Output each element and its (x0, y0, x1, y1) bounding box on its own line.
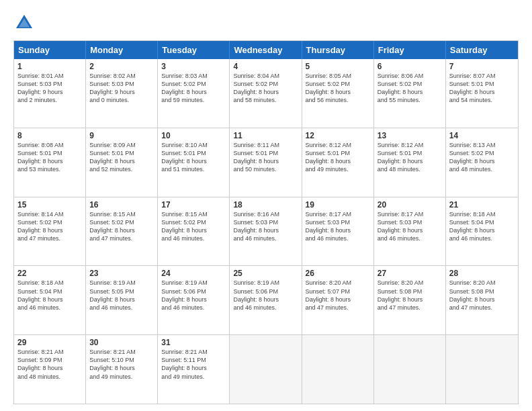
calendar-cell: 5Sunrise: 8:05 AM Sunset: 5:02 PM Daylig… (302, 59, 374, 128)
calendar-row-3: 15Sunrise: 8:14 AM Sunset: 5:02 PM Dayli… (14, 197, 518, 266)
calendar-cell: 7Sunrise: 8:07 AM Sunset: 5:01 PM Daylig… (446, 59, 518, 128)
calendar-row-2: 8Sunrise: 8:08 AM Sunset: 5:01 PM Daylig… (14, 128, 518, 197)
day-info: Sunrise: 8:10 AM Sunset: 5:01 PM Dayligh… (161, 141, 226, 174)
day-number: 1 (17, 62, 82, 71)
day-info: Sunrise: 8:02 AM Sunset: 5:03 PM Dayligh… (89, 72, 154, 105)
calendar-cell: 18Sunrise: 8:16 AM Sunset: 5:03 PM Dayli… (230, 197, 302, 266)
header-cell-sunday: Sunday (14, 41, 86, 59)
day-info: Sunrise: 8:03 AM Sunset: 5:02 PM Dayligh… (161, 72, 226, 105)
day-number: 30 (89, 338, 154, 347)
calendar-cell (446, 335, 518, 404)
calendar-cell: 30Sunrise: 8:21 AM Sunset: 5:10 PM Dayli… (86, 335, 158, 404)
day-number: 23 (89, 269, 154, 278)
calendar-cell: 10Sunrise: 8:10 AM Sunset: 5:01 PM Dayli… (158, 128, 230, 197)
calendar-row-4: 22Sunrise: 8:18 AM Sunset: 5:04 PM Dayli… (14, 265, 518, 334)
day-info: Sunrise: 8:07 AM Sunset: 5:01 PM Dayligh… (449, 72, 515, 105)
page: SundayMondayTuesdayWednesdayThursdayFrid… (0, 0, 532, 411)
calendar-cell: 29Sunrise: 8:21 AM Sunset: 5:09 PM Dayli… (14, 335, 86, 404)
calendar-body: 1Sunrise: 8:01 AM Sunset: 5:03 PM Daylig… (14, 59, 518, 404)
day-number: 6 (378, 62, 442, 71)
calendar-cell: 3Sunrise: 8:03 AM Sunset: 5:02 PM Daylig… (158, 59, 230, 128)
header-cell-saturday: Saturday (446, 41, 518, 59)
day-number: 20 (378, 200, 442, 210)
day-number: 4 (233, 62, 298, 71)
day-info: Sunrise: 8:20 AM Sunset: 5:08 PM Dayligh… (449, 279, 515, 312)
day-number: 9 (89, 131, 154, 140)
header-cell-friday: Friday (374, 41, 446, 59)
day-number: 29 (17, 338, 82, 347)
calendar-cell: 28Sunrise: 8:20 AM Sunset: 5:08 PM Dayli… (446, 266, 518, 334)
calendar: SundayMondayTuesdayWednesdayThursdayFrid… (13, 40, 519, 404)
day-info: Sunrise: 8:08 AM Sunset: 5:01 PM Dayligh… (17, 141, 82, 174)
logo-icon (13, 12, 35, 34)
calendar-cell: 17Sunrise: 8:15 AM Sunset: 5:02 PM Dayli… (158, 197, 230, 266)
day-info: Sunrise: 8:18 AM Sunset: 5:04 PM Dayligh… (449, 210, 515, 243)
day-number: 5 (306, 62, 370, 71)
day-info: Sunrise: 8:14 AM Sunset: 5:02 PM Dayligh… (17, 210, 82, 243)
day-info: Sunrise: 8:01 AM Sunset: 5:03 PM Dayligh… (17, 72, 82, 105)
day-number: 2 (89, 62, 154, 71)
day-number: 25 (233, 269, 298, 278)
day-info: Sunrise: 8:13 AM Sunset: 5:02 PM Dayligh… (449, 141, 515, 174)
day-info: Sunrise: 8:09 AM Sunset: 5:01 PM Dayligh… (89, 141, 154, 174)
day-info: Sunrise: 8:19 AM Sunset: 5:05 PM Dayligh… (89, 279, 154, 312)
calendar-cell: 15Sunrise: 8:14 AM Sunset: 5:02 PM Dayli… (14, 197, 86, 266)
day-number: 28 (449, 269, 515, 278)
header-cell-wednesday: Wednesday (230, 41, 302, 59)
day-info: Sunrise: 8:20 AM Sunset: 5:07 PM Dayligh… (306, 279, 370, 312)
header-cell-monday: Monday (86, 41, 158, 59)
calendar-cell: 4Sunrise: 8:04 AM Sunset: 5:02 PM Daylig… (230, 59, 302, 128)
day-info: Sunrise: 8:21 AM Sunset: 5:11 PM Dayligh… (161, 348, 226, 381)
calendar-cell: 27Sunrise: 8:20 AM Sunset: 5:08 PM Dayli… (374, 266, 446, 334)
day-number: 8 (17, 131, 82, 140)
calendar-cell: 23Sunrise: 8:19 AM Sunset: 5:05 PM Dayli… (86, 266, 158, 334)
day-info: Sunrise: 8:17 AM Sunset: 5:03 PM Dayligh… (378, 210, 442, 243)
day-info: Sunrise: 8:18 AM Sunset: 5:04 PM Dayligh… (17, 279, 82, 312)
day-number: 24 (161, 269, 226, 278)
day-number: 13 (378, 131, 442, 140)
header (13, 12, 519, 34)
calendar-cell: 21Sunrise: 8:18 AM Sunset: 5:04 PM Dayli… (446, 197, 518, 266)
day-number: 16 (89, 200, 154, 210)
logo (13, 12, 38, 34)
day-number: 15 (17, 200, 82, 210)
day-number: 19 (306, 200, 370, 210)
calendar-cell: 24Sunrise: 8:19 AM Sunset: 5:06 PM Dayli… (158, 266, 230, 334)
calendar-cell: 6Sunrise: 8:06 AM Sunset: 5:02 PM Daylig… (374, 59, 446, 128)
day-number: 18 (233, 200, 298, 210)
calendar-row-1: 1Sunrise: 8:01 AM Sunset: 5:03 PM Daylig… (14, 59, 518, 128)
day-info: Sunrise: 8:15 AM Sunset: 5:02 PM Dayligh… (161, 210, 226, 243)
calendar-cell: 25Sunrise: 8:19 AM Sunset: 5:06 PM Dayli… (230, 266, 302, 334)
header-cell-tuesday: Tuesday (158, 41, 230, 59)
day-number: 7 (449, 62, 515, 71)
header-cell-thursday: Thursday (302, 41, 374, 59)
day-info: Sunrise: 8:19 AM Sunset: 5:06 PM Dayligh… (233, 279, 298, 312)
day-info: Sunrise: 8:21 AM Sunset: 5:09 PM Dayligh… (17, 348, 82, 381)
day-number: 3 (161, 62, 226, 71)
day-number: 10 (161, 131, 226, 140)
calendar-row-5: 29Sunrise: 8:21 AM Sunset: 5:09 PM Dayli… (14, 334, 518, 404)
day-info: Sunrise: 8:19 AM Sunset: 5:06 PM Dayligh… (161, 279, 226, 312)
calendar-cell: 26Sunrise: 8:20 AM Sunset: 5:07 PM Dayli… (302, 266, 374, 334)
calendar-cell: 2Sunrise: 8:02 AM Sunset: 5:03 PM Daylig… (86, 59, 158, 128)
calendar-cell: 20Sunrise: 8:17 AM Sunset: 5:03 PM Dayli… (374, 197, 446, 266)
day-number: 22 (17, 269, 82, 278)
day-info: Sunrise: 8:12 AM Sunset: 5:01 PM Dayligh… (378, 141, 442, 174)
calendar-header: SundayMondayTuesdayWednesdayThursdayFrid… (14, 41, 518, 59)
day-info: Sunrise: 8:05 AM Sunset: 5:02 PM Dayligh… (306, 72, 370, 105)
day-number: 27 (378, 269, 442, 278)
day-number: 17 (161, 200, 226, 210)
calendar-cell: 14Sunrise: 8:13 AM Sunset: 5:02 PM Dayli… (446, 128, 518, 197)
calendar-cell: 8Sunrise: 8:08 AM Sunset: 5:01 PM Daylig… (14, 128, 86, 197)
day-number: 14 (449, 131, 515, 140)
day-info: Sunrise: 8:21 AM Sunset: 5:10 PM Dayligh… (89, 348, 154, 381)
calendar-cell (374, 335, 446, 404)
calendar-cell: 9Sunrise: 8:09 AM Sunset: 5:01 PM Daylig… (86, 128, 158, 197)
day-number: 26 (306, 269, 370, 278)
day-info: Sunrise: 8:20 AM Sunset: 5:08 PM Dayligh… (378, 279, 442, 312)
calendar-cell: 1Sunrise: 8:01 AM Sunset: 5:03 PM Daylig… (14, 59, 86, 128)
calendar-cell: 13Sunrise: 8:12 AM Sunset: 5:01 PM Dayli… (374, 128, 446, 197)
day-number: 31 (161, 338, 226, 347)
day-info: Sunrise: 8:06 AM Sunset: 5:02 PM Dayligh… (378, 72, 442, 105)
day-info: Sunrise: 8:12 AM Sunset: 5:01 PM Dayligh… (306, 141, 370, 174)
